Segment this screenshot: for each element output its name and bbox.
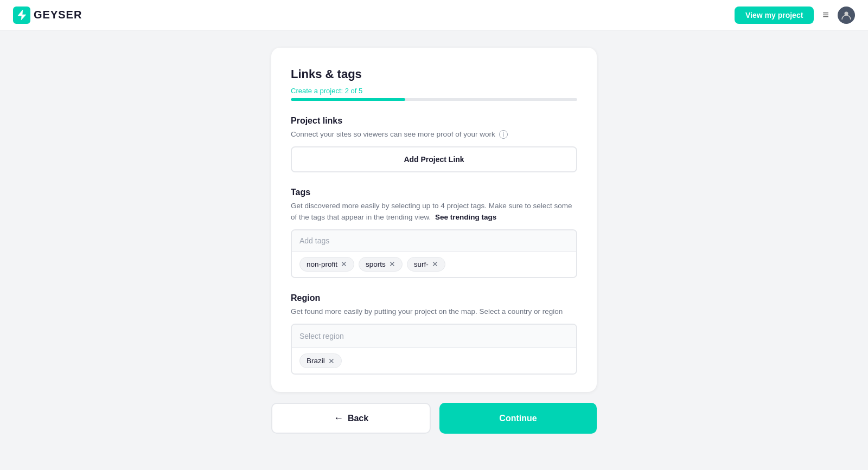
region-title: Region: [291, 293, 577, 303]
region-input-row[interactable]: Select region: [292, 325, 576, 348]
tags-section: Tags Get discovered more easily by selec…: [291, 188, 577, 278]
form-card: Links & tags Create a project: 2 of 5 Pr…: [271, 48, 597, 392]
region-remove-0[interactable]: ✕: [328, 357, 335, 365]
menu-icon[interactable]: ≡: [822, 9, 829, 21]
tag-label-1: sports: [366, 260, 386, 268]
tags-input-row[interactable]: Add tags: [292, 230, 576, 252]
trending-tags-link[interactable]: See trending tags: [435, 213, 496, 221]
tags-chips-row: non-profit ✕ sports ✕ surf- ✕: [292, 252, 576, 277]
continue-button[interactable]: Continue: [439, 403, 597, 434]
region-desc: Get found more easily by putting your pr…: [291, 306, 577, 317]
progress-bar-fill: [291, 98, 405, 101]
logo[interactable]: GEYSER: [13, 7, 82, 24]
page-title: Links & tags: [291, 67, 577, 81]
logo-text: GEYSER: [34, 9, 82, 21]
add-project-link-button[interactable]: Add Project Link: [291, 146, 577, 172]
main-content: Links & tags Create a project: 2 of 5 Pr…: [0, 30, 868, 470]
footer-buttons: ← Back Continue: [271, 403, 597, 434]
tag-remove-1[interactable]: ✕: [389, 260, 395, 268]
tag-label-2: surf-: [414, 260, 429, 268]
tags-container: Add tags non-profit ✕ sports ✕ surf-: [291, 229, 577, 278]
tag-chip-0: non-profit ✕: [299, 257, 354, 272]
back-button[interactable]: ← Back: [271, 403, 431, 434]
form-title: Links & tags: [291, 67, 577, 81]
progress-section: Create a project: 2 of 5: [291, 87, 577, 101]
back-arrow-icon: ←: [334, 413, 343, 424]
region-container: Select region Brazil ✕: [291, 324, 577, 375]
progress-label: Create a project: 2 of 5: [291, 87, 577, 95]
project-links-title: Project links: [291, 116, 577, 126]
project-links-desc: Connect your sites so viewers can see mo…: [291, 129, 577, 140]
view-project-button[interactable]: View my project: [735, 7, 814, 24]
tag-label-0: non-profit: [307, 260, 337, 268]
progress-bar-track: [291, 98, 577, 101]
tag-remove-0[interactable]: ✕: [341, 260, 347, 268]
tags-input-placeholder: Add tags: [299, 236, 329, 245]
avatar[interactable]: [838, 7, 855, 24]
region-chips-row: Brazil ✕: [292, 348, 576, 374]
region-label-0: Brazil: [307, 357, 325, 365]
tag-chip-1: sports ✕: [359, 257, 403, 272]
tags-desc: Get discovered more easily by selecting …: [291, 201, 577, 223]
project-links-section: Project links Connect your sites so view…: [291, 116, 577, 172]
logo-icon: [13, 7, 30, 24]
tags-title: Tags: [291, 188, 577, 197]
info-icon[interactable]: i: [499, 130, 508, 139]
region-section: Region Get found more easily by putting …: [291, 293, 577, 375]
tag-chip-2: surf- ✕: [407, 257, 445, 272]
region-chip-0: Brazil ✕: [299, 353, 342, 368]
header-right: View my project ≡: [735, 7, 855, 24]
app-header: GEYSER View my project ≡: [0, 0, 868, 30]
region-input-placeholder: Select region: [299, 332, 344, 340]
tag-remove-2[interactable]: ✕: [432, 260, 438, 268]
